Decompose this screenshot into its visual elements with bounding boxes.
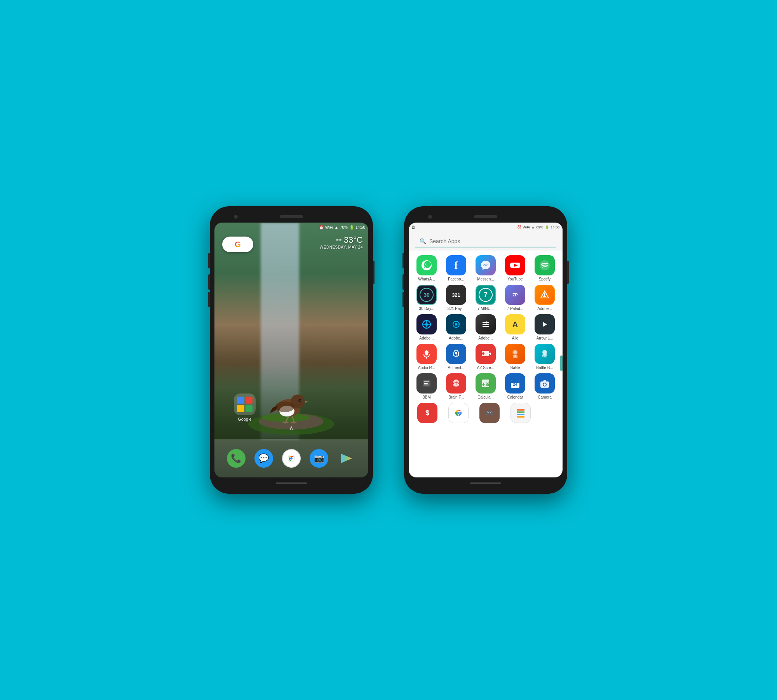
app-calendar[interactable]: 24 Calendar [502,373,528,400]
svg-point-36 [458,324,460,325]
app-partial-4[interactable] [507,403,535,428]
spotify-icon [535,255,555,275]
battle-icon [535,344,555,364]
phone-top-left [214,211,368,223]
app-dock: 📞 💬 📷 [214,439,368,477]
30day-icon: 30 [416,285,437,305]
svg-point-76 [457,412,460,414]
svg-rect-80 [517,416,524,418]
app-partial-3[interactable]: 🎮 [476,403,503,428]
app-7paladin[interactable]: 7P 7 Palad... [502,285,528,311]
left-phone: ⏰ WiFi ▲ 70% 🔋 14:50 G ≈≈ 33°C WEDNESDAY… [210,206,373,494]
svg-marker-22 [341,454,352,463]
adobe-dot-label: Adobe... [449,336,463,341]
app-facebook[interactable]: f Facebo... [443,255,469,282]
babe-label: BaBe [510,366,520,370]
phone-icon: 📞 [231,453,241,463]
app-adobe-lines[interactable]: Adobe... [472,314,499,341]
image-icon: 🖼 [412,225,415,229]
brain-label: Brain F... [448,395,463,400]
svg-marker-48 [489,352,491,355]
adobe-lines-label: Adobe... [478,336,493,341]
svg-point-51 [513,350,517,354]
7min-label: 7 MINU... [477,306,494,311]
arrow-label: Arrow L... [537,336,553,341]
wifi-icon-left: WiFi [325,225,333,230]
phone-bottom-right [409,477,563,489]
camera-icon: 📷 [314,453,324,463]
azscreen-label: AZ Scre... [477,366,494,370]
svg-rect-43 [425,352,428,355]
drawer-handle[interactable]: ∧ [289,424,294,432]
app-brain[interactable]: Brain F... [443,373,469,400]
app-adobe-dot[interactable]: Adobe... [443,314,469,341]
bbm-label: BBM [422,395,431,400]
home-screen: ⏰ WiFi ▲ 70% 🔋 14:50 G ≈≈ 33°C WEDNESDAY… [214,223,368,477]
svg-point-8 [300,400,301,400]
adobe-plus-icon [416,314,437,334]
app-calc[interactable]: Calcula... [472,373,499,400]
app-auth[interactable]: Authent... [443,344,469,370]
partial-1-icon: $ [417,403,437,423]
app-azscreen[interactable]: AZ Scre... [472,344,499,370]
app-30day[interactable]: 30 30 Day... [413,285,440,311]
speaker-left [280,215,303,218]
status-right-right: ⏰ WiFi ▲ 69% 🔋 14:50 [517,225,559,229]
svg-marker-41 [543,322,547,327]
app-babe[interactable]: B BaBe [502,344,528,370]
google-folder[interactable]: Google [234,394,256,421]
app-audio[interactable]: Audio R... [413,344,440,370]
app-adobe-plus[interactable]: Adobe... [413,314,440,341]
7min-icon: 7 [476,285,496,305]
dock-camera-app[interactable]: 📷 [310,449,328,468]
wifi-right: WiFi [523,225,530,229]
app-battle[interactable]: Battle B... [531,344,558,370]
search-bar[interactable]: 🔍 Search Apps [415,236,556,247]
app-partial-1[interactable]: $ [413,403,441,428]
dock-play-app[interactable] [337,449,356,468]
phone-top-right [409,211,563,223]
app-youtube[interactable]: YouTube [502,255,528,282]
folder-app-2 [246,397,253,404]
apps-row-5: BBM Brain F... Calcula... [409,372,563,401]
app-allo[interactable]: A Allo [502,314,528,341]
app-partial-chrome[interactable] [444,403,472,428]
whatsapp-icon [416,255,437,275]
svg-point-53 [542,350,547,355]
7paladin-icon: 7P [505,285,525,305]
babe-icon: B [505,344,525,364]
whatsapp-label: WhatsA... [418,277,435,282]
app-whatsapp[interactable]: WhatsA... [413,255,440,282]
apps-row-6-partial: $ [409,401,563,429]
google-search-pill[interactable]: G [222,237,253,252]
svg-point-55 [543,356,544,357]
app-arrow[interactable]: Arrow L... [531,314,558,341]
app-7min[interactable]: 7 7 MINU... [472,285,499,311]
adobe-lines-icon [476,314,496,334]
app-spotify[interactable]: Spotify [531,255,558,282]
adobe-v-label: Adobe... [537,306,552,311]
svg-text:B: B [514,354,516,358]
svg-rect-77 [517,409,524,411]
messenger-icon [476,255,496,275]
status-bar-right: 🖼 ⏰ WiFi ▲ 69% 🔋 14:50 [409,223,563,232]
youtube-icon [505,255,525,275]
app-camera[interactable]: Camera [531,373,558,400]
bbm-icon [416,373,437,394]
dock-chrome-app[interactable] [282,449,301,468]
apps-grid: WhatsA... f Facebo... Messen. [409,251,563,477]
google-g-letter: G [235,240,241,249]
svg-text:24: 24 [513,382,517,387]
app-adobe-v[interactable]: Adobe... [531,285,558,311]
svg-point-45 [455,352,457,354]
calc-icon [476,373,496,394]
allo-label: Allo [512,336,519,341]
dock-sms-app[interactable]: 💬 [254,449,273,468]
app-messenger[interactable]: Messen... [472,255,499,282]
app-321[interactable]: 321 321 Pay... [443,285,469,311]
search-icon: 🔍 [420,238,426,244]
app-bbm[interactable]: BBM [413,373,440,400]
messenger-label: Messen... [477,277,494,282]
30day-label: 30 Day... [419,306,434,311]
dock-phone-app[interactable]: 📞 [227,449,246,468]
